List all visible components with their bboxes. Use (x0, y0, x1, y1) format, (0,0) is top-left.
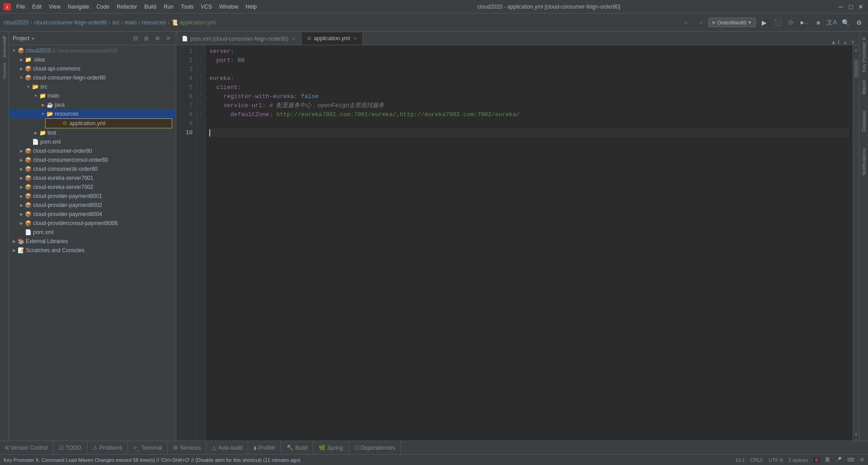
tree-item-external-libs[interactable]: ▶ 📚 External Libraries (9, 237, 176, 246)
panel-expand-button[interactable]: ⊞ (142, 34, 151, 42)
tree-item-eureka-7001[interactable]: ▶ 📦 cloud-eureka-server7001 (9, 174, 176, 183)
tab-todo[interactable]: ☑ TODO (53, 441, 87, 455)
tree-item-test[interactable]: ▶ 📁 test (9, 128, 176, 137)
tab-auto-build[interactable]: △ Auto-build (207, 441, 248, 455)
yaml-indent (209, 56, 217, 65)
menu-refactor[interactable]: Refactor (113, 2, 141, 12)
breadcrumb-resources[interactable]: resources (142, 19, 166, 26)
debug-button[interactable]: ⬛ (772, 17, 783, 28)
breadcrumb-main[interactable]: main (125, 19, 137, 26)
tab-terminal[interactable]: >_ Terminal (128, 441, 168, 455)
menu-window[interactable]: Window (216, 2, 242, 12)
tree-item-cloud2020[interactable]: ▼ 📦 cloud2020 E:\idea-workspace\cloud202… (9, 46, 176, 55)
breadcrumb-src[interactable]: src (112, 19, 119, 26)
gutter-fold-6[interactable]: › (197, 90, 205, 99)
yaml-key: client: (217, 83, 241, 92)
structure-icon[interactable]: Structure (0, 67, 9, 75)
tree-item-consumer-order80[interactable]: ▶ 📦 cloud-consumer-order80 (9, 146, 176, 155)
tree-item-cloud-api-commons[interactable]: ▶ 📦 cloud-api-commons (9, 64, 176, 73)
code-content[interactable]: server: port: 80 eureka: clien (206, 45, 853, 441)
tab-close-button[interactable]: ✕ (353, 36, 357, 42)
run-button[interactable]: ▶ (759, 17, 769, 28)
tab-problems[interactable]: ⚠ Problems (87, 441, 128, 455)
panel-close-button[interactable]: ✕ (164, 34, 172, 42)
close-button[interactable]: ✕ (857, 3, 864, 10)
menu-build[interactable]: Build (141, 2, 160, 12)
tree-item-pom-feign[interactable]: 📄 pom.xml (9, 137, 176, 146)
minimize-button[interactable]: ─ (837, 3, 844, 10)
tab-dependencies[interactable]: ⬡ Dependencies (349, 441, 401, 455)
tree-item-providerconsul-8006[interactable]: ▶ 📦 cloud-providerconsul-payment8006 (9, 219, 176, 228)
tree-item-payment-8001[interactable]: ▶ 📦 cloud-provider-payment8001 (9, 192, 176, 201)
menu-vcs[interactable]: VCS (197, 2, 216, 12)
gutter-fold-2[interactable]: › (197, 54, 205, 63)
menu-navigate[interactable]: Navigate (64, 2, 93, 12)
nav-back-button[interactable]: ← (681, 17, 692, 28)
tree-item-resources[interactable]: ▼ 📂 resources (9, 109, 176, 118)
breadcrumb-module[interactable]: cloud-consumer-feign-order80 (34, 19, 107, 26)
tree-item-feign[interactable]: ▼ 📦 cloud-consumer-feign-order80 (9, 73, 176, 82)
tab-build[interactable]: 🔨 Build (281, 441, 313, 455)
breadcrumb-file[interactable]: 📜 application.yml (171, 19, 216, 26)
gutter-fold-5[interactable]: › (197, 81, 205, 90)
menu-view[interactable]: View (45, 2, 64, 12)
tree-item-application-yml[interactable]: ⚙ application.yml (45, 118, 172, 128)
more-run-options-button[interactable]: ▶… (799, 17, 810, 28)
tab-profiler[interactable]: ◗ Profiler (248, 441, 281, 455)
tree-item-consumerzk-order80[interactable]: ▶ 📦 cloud-consumerzk-order80 (9, 164, 176, 174)
tab-pom[interactable]: 📄 pom.xml (cloud-consumer-feign-order80)… (176, 33, 302, 45)
scroll-down-arrow[interactable]: ▼ (854, 431, 857, 440)
tree-item-idea[interactable]: ▶ 📁 .idea (9, 55, 176, 64)
status-settings-icon[interactable]: ⚙ (860, 457, 864, 463)
nav-forward-button[interactable]: → (695, 17, 706, 28)
search-everywhere-button[interactable]: 🔍 (840, 17, 851, 28)
tab-version-control[interactable]: ⑆ Version Control (0, 441, 53, 455)
run-with-coverage-button[interactable]: ⟳ (786, 17, 797, 28)
status-encoding[interactable]: UTF-8 (769, 457, 783, 463)
key-promoter-label[interactable]: Key Promoter X (860, 33, 868, 76)
editor-scrollbar[interactable]: ▲ ▼ (853, 45, 859, 441)
status-keyboard-icon[interactable]: ⌨ (847, 457, 854, 463)
status-line-sep[interactable]: CRLF (750, 457, 764, 463)
breadcrumb-project[interactable]: cloud2020 (4, 19, 28, 26)
tab-close-button[interactable]: ✕ (292, 36, 296, 42)
tree-item-eureka-7002[interactable]: ▶ 📦 cloud-eureka-server7002 (9, 183, 176, 192)
gutter-fold-8[interactable]: › (197, 108, 205, 117)
scroll-track[interactable] (854, 55, 859, 431)
maximize-button[interactable]: □ (847, 3, 854, 10)
panel-settings-button[interactable]: ⚙ (153, 34, 161, 42)
tab-yml[interactable]: ⚙ application.yml ✕ (302, 33, 363, 45)
tree-item-java[interactable]: ▶ ☕ java (9, 100, 176, 109)
menu-file[interactable]: File (13, 2, 28, 12)
gutter-fold-7[interactable]: › (197, 99, 205, 108)
menu-edit[interactable]: Edit (28, 2, 45, 12)
tree-item-pom-root[interactable]: 📄 pom.xml (9, 228, 176, 237)
settings-button[interactable]: ⚙ (854, 17, 864, 28)
menu-run[interactable]: Run (160, 2, 177, 12)
menu-code[interactable]: Code (93, 2, 113, 12)
panel-collapse-all-button[interactable]: ⊟ (132, 34, 140, 42)
tab-spring[interactable]: 🌿 Spring (313, 441, 349, 455)
bookmarks-icon[interactable]: Bookmarks (0, 43, 9, 52)
status-cursor-position[interactable]: 10:1 (735, 457, 745, 463)
tree-item-consumerconsul-order80[interactable]: ▶ 📦 cloud-consumerconsul-order80 (9, 155, 176, 164)
menu-help[interactable]: Help (242, 2, 260, 12)
notifications-label[interactable]: Notifications (860, 145, 868, 179)
tree-item-src[interactable]: ▼ 📂 src (9, 82, 176, 91)
translate-button[interactable]: 文A (826, 17, 837, 28)
tree-item-scratches[interactable]: ▶ 📝 Scratches and Consoles (9, 246, 176, 255)
run-config-selector[interactable]: ▶ OrderMain80 ▼ (708, 18, 756, 27)
tree-item-main[interactable]: ▼ 📁 main (9, 91, 176, 100)
status-mic-icon[interactable]: 🎤 (835, 457, 842, 463)
tab-services[interactable]: ⚙ Services (168, 441, 207, 455)
status-indent-info[interactable]: 2 spaces (788, 457, 808, 463)
maven-label[interactable]: Maven (860, 76, 868, 98)
status-ime-toggle[interactable]: 英 (825, 456, 830, 463)
tree-item-payment-8004[interactable]: ▶ 📦 cloud-provider-payment8004 (9, 210, 176, 219)
menu-tools[interactable]: Tools (177, 2, 197, 12)
tree-item-payment-8002[interactable]: ▶ 📦 cloud-provider-payment8002 (9, 201, 176, 210)
scroll-up-arrow[interactable]: ▲ (854, 46, 857, 55)
gutter-fold-4[interactable]: › (197, 72, 205, 81)
database-label[interactable]: Database (860, 107, 868, 136)
stop-button[interactable]: ■ (813, 17, 824, 28)
